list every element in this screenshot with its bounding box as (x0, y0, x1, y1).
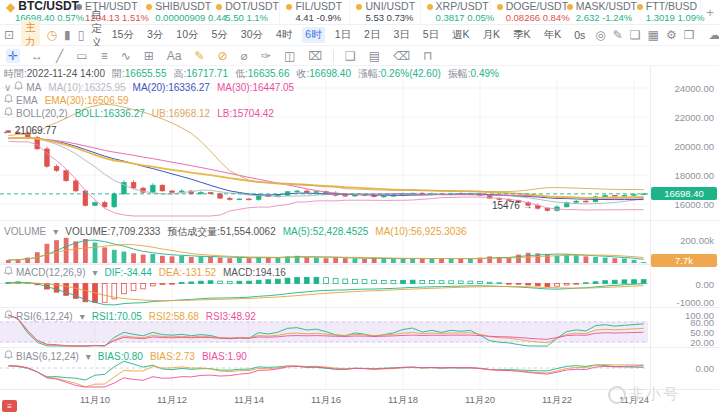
rsi-legend: RSI(6,12,24)▾RSI1:70.05RSI2:58.68RSI3:48… (4, 310, 263, 322)
text-tool[interactable]: Aa (165, 49, 184, 63)
coin-dot-icon (637, 4, 643, 10)
note-tool[interactable]: ▤ (367, 49, 382, 63)
legend-value: ▾ (92, 267, 97, 278)
alert-bell-icon[interactable] (4, 107, 13, 117)
legend-value: MA(20):16336.27 (133, 82, 210, 93)
settings-icon[interactable]: ⚙ (666, 29, 677, 41)
clear-draw-tool[interactable]: ⌧ (306, 49, 324, 63)
volume-legend: VOLUME▾VOLUME:7,709.2333预估成交量:51,554.006… (4, 226, 474, 237)
compare-icon[interactable]: ▦ (648, 29, 659, 41)
timeframe-5日[interactable]: 5日 (420, 27, 442, 43)
add-ticker-button[interactable]: + (701, 5, 719, 20)
screenshot-icon[interactable]: ◎ (595, 29, 605, 41)
btc-diamond-icon: ◆ (6, 2, 15, 12)
rectangle-tool[interactable]: ▭ (74, 49, 89, 63)
ticker-item-ftt[interactable]: FTT/BUSD1.3019 1.09% (631, 0, 701, 24)
ticker-item-shib[interactable]: SHIB/USDT0.00000909 0.44 (140, 0, 210, 24)
delete-tool[interactable]: ⌫ (391, 49, 412, 63)
date-axis-label: 11月16 (303, 394, 349, 407)
legend-value: BIAS:0.80 (98, 351, 143, 362)
timeframe-年K[interactable]: 年K (541, 27, 565, 43)
legend-value: RSI2:58.68 (149, 311, 199, 322)
draw-mode-icon[interactable]: ✎ (613, 29, 623, 41)
layout-icon[interactable]: ⊡ (4, 29, 14, 41)
timeframe-3日[interactable]: 3日 (390, 27, 412, 43)
legend-value: BOLL:16336.27 (75, 108, 145, 119)
ticker-symbol: DOT/USDT (225, 1, 279, 12)
ticker-item-mask[interactable]: MASK/USDT2.632 -1.24% (561, 0, 631, 24)
ticker-symbol: MASK/USDT (576, 1, 637, 12)
timeframe-季K[interactable]: 季K (510, 27, 534, 43)
ohlc-field: 振幅:0.49% (448, 68, 499, 79)
fib-grid-tool[interactable]: ⊞ (142, 49, 156, 63)
ticker-item-eth[interactable]: ETH/USDT1204.13 1.51% (70, 0, 140, 24)
ticker-symbol-row: XRP/USDT (427, 1, 488, 12)
timer-icon[interactable]: ◷ (47, 29, 57, 41)
candle-hollow-style-icon[interactable]: ▯ (78, 29, 85, 41)
alert-bell-icon[interactable] (4, 350, 13, 360)
timeframe-0s[interactable]: 0s (571, 28, 588, 42)
legend-value: UB:16968.12 (152, 108, 210, 119)
timeframe-10分[interactable]: 10分 (173, 27, 201, 43)
timeframe-30分[interactable]: 30分 (238, 27, 266, 43)
ma-legend: ∨MAMA(10):16325.95MA(20):16336.27MA(30):… (4, 81, 301, 93)
trendline-tool[interactable]: ╱ (54, 49, 65, 63)
eraser-tool[interactable]: ⌀ (239, 49, 250, 63)
macd-legend: MACD(12,26,9)▾DIF:-34.44DEA:-131.52MACD:… (4, 266, 293, 278)
ohlc-field: 漲幅:0.26%(42.60) (358, 68, 441, 79)
measure-tool[interactable]: ◫ (282, 49, 297, 63)
timeframe-5分[interactable]: 5分 (208, 27, 230, 43)
legend-value: EMA(30):16506.59 (45, 95, 129, 106)
rsi-axis-label: 20.00 (652, 337, 714, 348)
date-axis-label: 11月22 (534, 394, 580, 407)
ticker-item-fil[interactable]: FIL/USDT4.41 -0.9% (280, 0, 350, 24)
timeframe-4时[interactable]: 4时 (273, 27, 295, 43)
ticker-item-uni[interactable]: UNI/USDT5.53 0.73% (350, 0, 420, 24)
wave-tool[interactable]: ∿ (119, 49, 133, 63)
ticker-item-dot[interactable]: DOT/USDT5.50 1.1% (210, 0, 280, 24)
alert-bell-icon[interactable] (14, 81, 23, 91)
ohlc-field: 低:16635.66 (235, 68, 290, 79)
legend-value: DEA:-131.52 (159, 267, 216, 278)
timeframe-2日[interactable]: 2日 (361, 27, 383, 43)
crosshair-tool[interactable]: ✛ (6, 49, 20, 63)
timeframe-3分[interactable]: 3分 (144, 27, 166, 43)
timeframe-週K[interactable]: 週K (449, 27, 473, 43)
magnet-tool[interactable]: ⊓ (421, 49, 434, 63)
horizontal-line-tool[interactable]: ↔ (29, 49, 45, 63)
ohlc-info-line: 時間:2022-11-24 14:00開:16655.55高:16717.71低… (4, 68, 506, 79)
multi-window-icon[interactable]: ❏ (630, 29, 641, 41)
alert-bell-icon[interactable] (4, 266, 13, 276)
pen-tool[interactable]: ✑ (259, 49, 273, 63)
bias-legend: BIAS(6,12,24)▾BIAS:0.80BIAS:2.73BIAS:1.9… (4, 350, 254, 362)
fullscreen-icon[interactable]: ❒ (684, 29, 695, 41)
ohlc-field: 開:16655.55 (112, 68, 167, 79)
low-price-annotation: 15476 → (492, 200, 533, 211)
current-volume-badge: 7.7k (651, 254, 717, 267)
volume-axis-label: 200.00k (652, 235, 714, 246)
cloud-icon[interactable]: ☁ (708, 29, 719, 41)
timeframe-6时[interactable]: 6时 (302, 27, 324, 43)
chart-toolbar: ⊡主力◷▮▯自定义 ∨15分3分10分5分30分4时6时1日2日3日5日週K月K… (0, 25, 719, 46)
parallel-lines-tool[interactable]: ≡ (99, 49, 110, 63)
bookmark-tool[interactable]: ❑ (343, 49, 358, 63)
ohlc-field: 收:16698.40 (297, 68, 352, 79)
timeframe-15分[interactable]: 15分 (109, 27, 137, 43)
coin-dot-icon (76, 4, 82, 10)
gold-brush-tool[interactable]: ✎ (192, 50, 206, 62)
ticker-item-xrp[interactable]: XRP/USDT0.3817 0.05% (421, 0, 491, 24)
alert-bell-icon[interactable] (4, 94, 13, 104)
gold-hide-tool[interactable]: ⊘ (216, 50, 230, 62)
ticker-item-doge[interactable]: DOGE/USDT0.08266 0.84% (491, 0, 561, 24)
alert-bell-icon[interactable] (4, 310, 13, 320)
candle-solid-style-icon[interactable]: ▮ (64, 29, 71, 41)
price-axis-label: 16000.00 (652, 199, 714, 210)
timeframe-月K[interactable]: 月K (480, 27, 504, 43)
date-axis-label: 11月18 (380, 394, 426, 407)
legend-value: MACD(12,26,9) (16, 267, 85, 278)
date-axis-label: 11月20 (457, 394, 503, 407)
timeframe-1日[interactable]: 1日 (332, 27, 354, 43)
collapse-chevron-icon[interactable]: ∨ (4, 82, 11, 93)
ticker-symbol: XRP/USDT (436, 1, 489, 12)
ticker-price-row: 0.3817 0.05% (427, 12, 488, 23)
